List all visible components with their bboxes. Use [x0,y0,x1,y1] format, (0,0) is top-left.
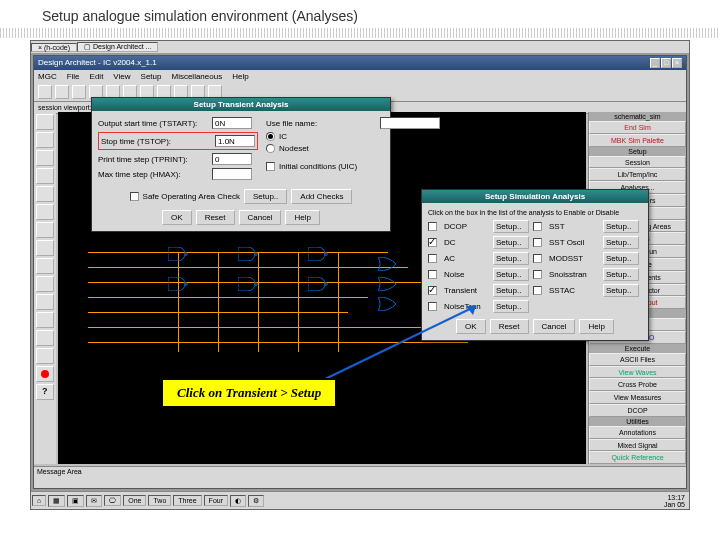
window-titlebar: Design Architect - IC v2004.x_1.1 _ □ × [34,56,686,70]
maximize-button[interactable]: □ [661,58,671,68]
tray-icon[interactable]: ⌂ [32,495,46,506]
soa-setup-button[interactable]: Setup.. [244,189,287,204]
palette-item[interactable]: MBK Sim Palette [589,134,686,147]
close-button[interactable]: × [672,58,682,68]
palette-item[interactable]: DCOP [589,404,686,417]
palette-item[interactable]: Mixed Signal [589,439,686,452]
desktop-three[interactable]: Three [173,495,201,506]
analysis-setup-button[interactable]: Setup.. [493,300,529,313]
analysis-label: Snoisstran [549,270,599,279]
palette-button[interactable] [36,150,54,166]
analysis-setup-button[interactable]: Setup.. [493,220,529,233]
analysis-setup-button[interactable]: Setup.. [493,268,529,281]
desktop-four[interactable]: Four [204,495,228,506]
menu-file[interactable]: File [67,72,80,81]
help-button[interactable]: Help [285,210,319,225]
hmax-input[interactable] [212,168,252,180]
tstop-input[interactable] [215,135,255,147]
toolbar-button[interactable] [72,85,86,99]
analysis-setup-button[interactable]: Setup.. [603,252,639,265]
analysis-checkbox[interactable] [533,286,542,295]
add-checks-button[interactable]: Add Checks [291,189,352,204]
tray-icon[interactable]: 🖵 [104,495,121,506]
palette-item[interactable]: View Waves [589,366,686,379]
palette-item[interactable]: Annotations [589,426,686,439]
palette-button[interactable] [36,114,54,130]
tray-icon[interactable]: ▦ [48,495,65,507]
analysis-setup-button[interactable]: Setup.. [603,284,639,297]
analysis-checkbox[interactable] [428,238,437,247]
svg-point-4 [255,283,258,286]
palette-item[interactable]: End Sim [589,121,686,134]
palette-item[interactable]: Cross Probe [589,378,686,391]
tray-icon[interactable]: ✉ [86,495,102,507]
menu-mgc[interactable]: MGC [38,72,57,81]
ic-radio[interactable] [266,132,275,141]
menu-setup[interactable]: Setup [141,72,162,81]
palette-button[interactable] [36,204,54,220]
analysis-checkbox[interactable] [428,286,437,295]
nodeset-radio[interactable] [266,144,275,153]
toolbar-button[interactable] [38,85,52,99]
reset-button[interactable]: Reset [196,210,235,225]
filename-input[interactable] [380,117,440,129]
analysis-checkbox[interactable] [428,222,437,231]
tstart-input[interactable] [212,117,252,129]
uic-checkbox[interactable] [266,162,275,171]
analysis-setup-button[interactable]: Setup.. [603,268,639,281]
analysis-checkbox[interactable] [533,222,542,231]
palette-button[interactable] [36,276,54,292]
tray-icon[interactable]: ◐ [230,495,246,507]
menu-view[interactable]: View [113,72,130,81]
palette-button[interactable] [36,258,54,274]
reset-button[interactable]: Reset [490,319,529,334]
palette-button[interactable] [36,240,54,256]
palette-button[interactable] [36,186,54,202]
hmax-label: Max time step (HMAX): [98,170,208,179]
palette-button[interactable] [36,348,54,364]
svg-point-3 [185,283,188,286]
menu-help[interactable]: Help [232,72,248,81]
desktop-two[interactable]: Two [148,495,171,506]
cancel-button[interactable]: Cancel [533,319,576,334]
menu-edit[interactable]: Edit [90,72,104,81]
palette-button[interactable] [36,132,54,148]
palette-help-button[interactable]: ? [36,384,54,400]
analysis-setup-button[interactable]: Setup.. [603,236,639,249]
help-button[interactable]: Help [579,319,613,334]
palette-item[interactable]: View Measures [589,391,686,404]
analysis-checkbox[interactable] [533,254,542,263]
menu-misc[interactable]: Miscellaneous [171,72,222,81]
desktop-one[interactable]: One [123,495,146,506]
taskbar-item[interactable]: × (h-code) [31,43,77,52]
analysis-setup-button[interactable]: Setup.. [493,284,529,297]
toolbar-button[interactable] [55,85,69,99]
palette-item[interactable]: Lib/Temp/Inc [589,168,686,181]
palette-button[interactable] [36,222,54,238]
palette-button[interactable] [36,330,54,346]
palette-button[interactable] [36,366,54,382]
palette-item[interactable]: ASCII Files [589,353,686,366]
analysis-checkbox[interactable] [533,238,542,247]
ok-button[interactable]: OK [162,210,192,225]
analysis-setup-button[interactable]: Setup.. [493,252,529,265]
palette-button[interactable] [36,294,54,310]
tray-icon[interactable]: ⚙ [248,495,264,507]
palette-button[interactable] [36,168,54,184]
cancel-button[interactable]: Cancel [239,210,282,225]
palette-button[interactable] [36,312,54,328]
analysis-setup-button[interactable]: Setup.. [493,236,529,249]
palette-item[interactable]: Quick Reference [589,451,686,464]
minimize-button[interactable]: _ [650,58,660,68]
soa-checkbox[interactable] [130,192,139,201]
palette-item[interactable]: Session [589,156,686,169]
tray-icon[interactable]: ▣ [67,495,84,507]
taskbar-item[interactable]: ▢ Design Architect ... [77,42,158,52]
analysis-setup-button[interactable]: Setup.. [603,220,639,233]
tprint-input[interactable] [212,153,252,165]
analysis-checkbox[interactable] [428,254,437,263]
dialog-hint: Click on the box in the list of the anal… [428,209,642,216]
dialog-title: Setup Simulation Analysis [422,190,648,203]
analysis-checkbox[interactable] [533,270,542,279]
analysis-checkbox[interactable] [428,270,437,279]
